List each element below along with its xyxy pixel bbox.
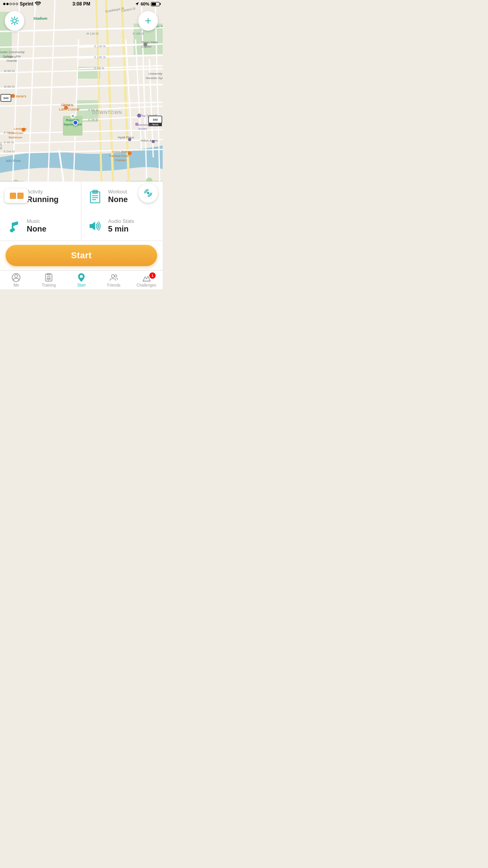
battery-percent: 60% bbox=[141, 2, 149, 6]
svg-text:Hyatt Place: Hyatt Place bbox=[118, 136, 134, 139]
svg-text:University of: University of bbox=[149, 72, 163, 75]
svg-point-74 bbox=[135, 123, 138, 126]
music-value: None bbox=[27, 224, 46, 234]
svg-text:Downtown: Downtown bbox=[9, 131, 23, 135]
start-button[interactable]: Start bbox=[6, 245, 157, 266]
activity-text: Activity Running bbox=[27, 189, 59, 204]
tab-start[interactable]: Start bbox=[65, 270, 98, 289]
status-right: 60% bbox=[135, 2, 160, 6]
workout-value: None bbox=[108, 195, 128, 204]
dot-2 bbox=[6, 3, 9, 5]
music-icon bbox=[6, 219, 21, 234]
svg-text:Grande: Grande bbox=[7, 59, 17, 63]
add-button[interactable]: + bbox=[138, 11, 158, 31]
svg-point-126 bbox=[80, 275, 83, 278]
svg-text:Latin Cuisine: Latin Cuisine bbox=[59, 107, 79, 111]
svg-text:BLVD: BLVD bbox=[0, 142, 2, 149]
start-button-label: Start bbox=[71, 250, 92, 261]
map-toggle-button[interactable] bbox=[5, 189, 28, 203]
svg-text:E 15th St: E 15th St bbox=[133, 32, 144, 35]
plus-icon: + bbox=[145, 15, 151, 27]
svg-text:Stadium: Stadium bbox=[33, 17, 48, 20]
audio-stats-text: Audio Stats 5 min bbox=[108, 218, 134, 234]
svg-point-127 bbox=[111, 274, 114, 277]
svg-text:Chicken: Chicken bbox=[115, 158, 126, 162]
svg-text:E 4th St: E 4th St bbox=[4, 141, 14, 144]
tab-training[interactable]: Training bbox=[33, 270, 65, 289]
gear-icon bbox=[9, 15, 20, 26]
svg-text:Austin Community: Austin Community bbox=[0, 50, 24, 54]
workout-icon bbox=[88, 189, 103, 204]
map-toggle-square-2 bbox=[17, 193, 24, 199]
live-tracking-button[interactable] bbox=[138, 183, 158, 203]
location-arrow-icon bbox=[135, 2, 139, 6]
svg-point-61 bbox=[11, 94, 15, 98]
tab-training-label: Training bbox=[42, 283, 56, 287]
svg-text:Famous Fried: Famous Fried bbox=[109, 154, 128, 158]
svg-text:✿: ✿ bbox=[72, 114, 74, 118]
svg-point-120 bbox=[15, 274, 18, 277]
svg-text:College - Rio: College - Rio bbox=[3, 55, 21, 58]
battery-icon bbox=[151, 2, 160, 6]
dot-3 bbox=[9, 3, 12, 5]
workout-text: Workout None bbox=[108, 189, 128, 204]
start-tab-icon bbox=[77, 273, 86, 282]
svg-point-64 bbox=[64, 106, 68, 110]
signal-dots bbox=[3, 3, 18, 5]
svg-text:W 8th St: W 8th St bbox=[4, 85, 15, 88]
svg-text:E 9th St: E 9th St bbox=[94, 67, 104, 70]
audio-stats-option[interactable]: Audio Stats 5 min bbox=[81, 211, 163, 241]
music-label: Music bbox=[27, 218, 46, 224]
tab-bar: Me Training Start bbox=[0, 270, 163, 289]
tab-friends[interactable]: Friends bbox=[97, 270, 130, 289]
friends-icon bbox=[109, 273, 119, 282]
challenges-badge: 1 bbox=[149, 272, 156, 279]
status-left: Sprint bbox=[3, 1, 41, 7]
svg-text:Houston System: Houston System bbox=[146, 76, 163, 80]
svg-point-109 bbox=[147, 192, 149, 194]
activity-label: Activity bbox=[27, 189, 59, 195]
svg-text:W 9th St: W 9th St bbox=[4, 70, 15, 72]
music-option[interactable]: Music None bbox=[0, 211, 81, 241]
user-location-dot bbox=[73, 120, 78, 125]
workout-label: Workout bbox=[108, 189, 128, 195]
svg-point-128 bbox=[115, 274, 117, 277]
map-view[interactable]: Guadalupe St Lavaca St W 10th St W 9th S… bbox=[0, 0, 163, 204]
tab-challenges-label: Challenges bbox=[137, 283, 156, 287]
dot-1 bbox=[3, 3, 6, 5]
wifi-icon bbox=[35, 2, 41, 7]
tab-challenges[interactable]: 1 Challenges bbox=[130, 270, 163, 289]
tab-me-label: Me bbox=[13, 283, 19, 287]
dot-4 bbox=[13, 3, 15, 5]
svg-text:E 7th St: E 7th St bbox=[88, 118, 98, 121]
svg-text:E 10th St: E 10th St bbox=[94, 56, 106, 59]
activity-value: Running bbox=[27, 195, 59, 204]
svg-text:Barbarella: Barbarella bbox=[138, 123, 152, 127]
tab-me[interactable]: Me bbox=[0, 270, 33, 289]
time-display: 3:08 PM bbox=[72, 1, 90, 7]
audio-stats-icon bbox=[88, 219, 103, 234]
svg-text:Lamberts: Lamberts bbox=[14, 127, 27, 131]
svg-text:DOWNTOWN: DOWNTOWN bbox=[92, 110, 122, 115]
svg-rect-114 bbox=[93, 191, 97, 193]
svg-text:ado River: ado River bbox=[6, 159, 21, 163]
battery-indicator bbox=[151, 2, 160, 6]
svg-point-119 bbox=[12, 228, 15, 231]
tab-start-label: Start bbox=[77, 283, 85, 287]
svg-text:Barbecue: Barbecue bbox=[9, 136, 22, 139]
svg-text:E 11th St: E 11th St bbox=[94, 45, 106, 48]
me-icon bbox=[11, 273, 21, 282]
svg-point-67 bbox=[137, 114, 141, 118]
svg-text:343: 343 bbox=[153, 118, 158, 121]
tab-friends-label: Friends bbox=[107, 283, 120, 287]
settings-button[interactable] bbox=[5, 11, 24, 31]
svg-text:E 2nd St: E 2nd St bbox=[4, 150, 15, 153]
status-bar: Sprint 3:08 PM 60% bbox=[0, 0, 163, 8]
dot-5 bbox=[16, 3, 18, 5]
signal-icon bbox=[143, 188, 154, 199]
svg-text:Gus's World: Gus's World bbox=[112, 150, 129, 153]
svg-text:Irene's: Irene's bbox=[16, 94, 26, 98]
svg-point-59 bbox=[143, 42, 147, 46]
svg-text:TEXAS: TEXAS bbox=[152, 123, 159, 126]
svg-point-108 bbox=[13, 19, 17, 23]
